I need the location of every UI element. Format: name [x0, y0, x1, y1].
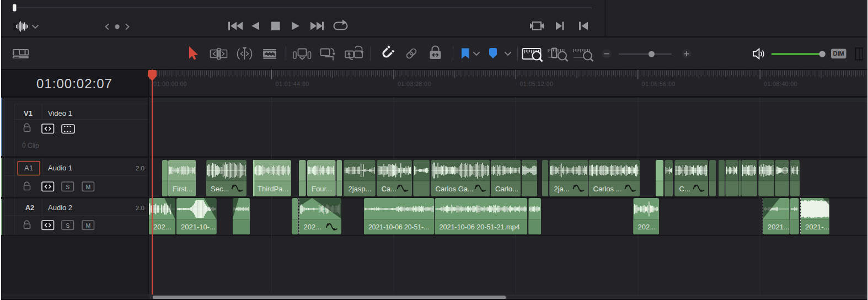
svg-text:A2: A2	[25, 203, 35, 212]
svg-text:0 Clip: 0 Clip	[22, 142, 39, 149]
svg-text:M: M	[85, 184, 90, 190]
svg-text:2.0: 2.0	[136, 165, 144, 172]
svg-text:Audio 1: Audio 1	[48, 164, 72, 172]
svg-text:M: M	[85, 222, 90, 229]
svg-text:A1: A1	[24, 164, 33, 172]
svg-text:Audio 2: Audio 2	[48, 203, 72, 212]
svg-text:S: S	[66, 184, 69, 190]
svg-text:V1: V1	[24, 109, 33, 117]
svg-text:2.0: 2.0	[136, 205, 144, 211]
svg-text:Video 1: Video 1	[48, 109, 72, 117]
svg-text:S: S	[66, 222, 69, 229]
